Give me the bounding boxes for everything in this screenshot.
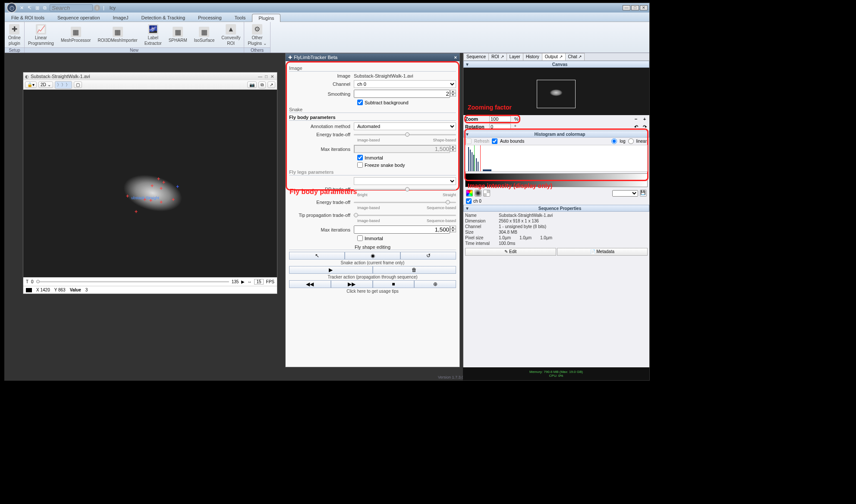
grayscale-icon[interactable] xyxy=(475,190,482,197)
ribbon-item-online-plugin[interactable]: ✚Onlineplugin xyxy=(5,22,24,47)
freeze-checkbox[interactable] xyxy=(357,162,363,168)
colorwheel-icon[interactable] xyxy=(466,190,473,197)
ribbon-item-other-plugins-[interactable]: ⚙OtherPlugins ⌄ xyxy=(244,22,270,47)
viewer-min-icon[interactable]: — xyxy=(257,74,263,79)
ribbon-tab-sequence-operation[interactable]: Sequence operation xyxy=(51,13,106,22)
stop-button[interactable]: ■ xyxy=(373,280,415,288)
right-tab-roi[interactable]: ROI ↗ xyxy=(488,53,507,60)
ribbon-item-roi-dmeshimporter[interactable]: ▦ROI3DMeshImporter xyxy=(94,22,141,47)
log-radio[interactable] xyxy=(611,138,617,144)
screenshot-button[interactable]: 📷 xyxy=(247,81,257,88)
refresh-checkbox xyxy=(466,138,472,144)
fastfwd-button[interactable]: ▶▶ xyxy=(331,280,373,288)
layers-button[interactable]: 〉〉〉 xyxy=(55,81,72,89)
ribbon-item-spharm[interactable]: ▦SPHARM xyxy=(165,22,191,47)
undo-button[interactable]: ↺ xyxy=(400,252,456,260)
save-icon[interactable]: 💾 xyxy=(640,190,647,197)
layers-icon[interactable]: ⧉ xyxy=(43,5,48,10)
channel-select[interactable]: ch 0 xyxy=(354,80,456,88)
ribbon-tab-imagej[interactable]: ImageJ xyxy=(107,13,135,22)
immortal-checkbox[interactable] xyxy=(357,155,363,160)
snake-action-caption: Snake action (current frame only) xyxy=(289,260,456,265)
zoom-out-button[interactable]: − xyxy=(633,116,639,122)
spin-down-icon[interactable]: ▾ xyxy=(450,93,456,97)
smoothing-input[interactable] xyxy=(354,90,450,98)
ribbon-tab-processing[interactable]: Processing xyxy=(192,13,228,22)
target-button[interactable]: ⊕ xyxy=(414,280,456,288)
search-input[interactable] xyxy=(50,4,93,11)
maxiter-input[interactable] xyxy=(354,145,450,153)
duplicate-button[interactable]: ⧉ xyxy=(258,81,266,88)
dp-slider[interactable] xyxy=(354,189,456,190)
app-window: ◯ ✕ ↸ ⊞ ⧉ i | Icy — □ ✕ File & ROI tools… xyxy=(4,3,650,381)
right-tab-layer[interactable]: Layer xyxy=(507,53,523,60)
tips-link[interactable]: Click here to get usage tips xyxy=(289,289,456,294)
metadata-button[interactable]: 📄 Metadata xyxy=(557,248,648,256)
ribbon-tab-plugins[interactable]: Plugins xyxy=(252,14,280,22)
energy2-slider[interactable] xyxy=(354,202,456,203)
rotation-input[interactable] xyxy=(489,124,511,130)
ribbon-item-isosurface[interactable]: ▦IsoSurface xyxy=(190,22,218,47)
info-icon[interactable]: i xyxy=(94,5,100,11)
rotate-ccw-button[interactable]: ↶ xyxy=(633,124,639,130)
wrench-icon[interactable]: ✕ xyxy=(20,5,25,10)
crop-button[interactable]: ▢ xyxy=(74,81,82,88)
plugin-title: FlyLimbTracker Beta xyxy=(294,55,337,60)
zoom-in-button[interactable]: + xyxy=(642,116,648,122)
colormap[interactable] xyxy=(465,173,648,187)
time-slider[interactable] xyxy=(36,281,229,282)
legs-select[interactable] xyxy=(354,177,456,185)
histogram[interactable] xyxy=(465,145,648,172)
maxiter2-input[interactable] xyxy=(354,225,450,234)
ribbon-item-label-extractor[interactable]: 🌌LabelExtractor xyxy=(141,22,165,47)
annotation-select[interactable]: Automated xyxy=(354,122,456,130)
ribbon-item-convexify-roi[interactable]: ▲ConvexifyROI xyxy=(218,22,244,47)
right-tab-chat[interactable]: Chat ↗ xyxy=(565,53,585,60)
energy-slider[interactable] xyxy=(354,134,456,135)
maximize-button[interactable]: □ xyxy=(631,5,639,10)
snapshot-button[interactable]: ◉ xyxy=(345,252,400,260)
viewer-max-icon[interactable]: □ xyxy=(263,74,269,79)
immortal2-checkbox[interactable] xyxy=(357,235,363,241)
detach-button[interactable]: ↗ xyxy=(268,81,275,88)
tip-slider[interactable] xyxy=(354,215,456,216)
viewer-canvas[interactable]: + + + + + + + + + + + ubstack-Straight xyxy=(23,90,277,277)
subtract-bg-checkbox[interactable] xyxy=(357,100,363,105)
loop-button[interactable]: ↔ xyxy=(247,279,252,284)
ribbon-tab-tools[interactable]: Tools xyxy=(228,13,252,22)
view-mode-select[interactable]: 2D ⌄ xyxy=(38,81,53,88)
ribbon-item-linear-programming[interactable]: 📈LinearProgramming xyxy=(25,22,57,47)
rotate-cw-button[interactable]: ↷ xyxy=(642,124,648,130)
rewind-button[interactable]: ◀◀ xyxy=(289,280,331,288)
ch0-checkbox[interactable] xyxy=(466,198,472,204)
play-button[interactable]: ▶ xyxy=(241,279,245,284)
play-button[interactable]: ▶ xyxy=(289,266,373,274)
colormap-select[interactable] xyxy=(612,190,638,197)
right-tab-sequence[interactable]: Sequence xyxy=(463,53,489,60)
minimize-button[interactable]: — xyxy=(623,5,630,10)
edit-button[interactable]: ✎ Edit xyxy=(465,248,556,256)
spin-up-icon[interactable]: ▴ xyxy=(450,90,456,93)
plugin-close-button[interactable]: × xyxy=(454,55,457,60)
select-icon[interactable]: ↸ xyxy=(28,5,33,10)
lock-button[interactable]: 🔒▾ xyxy=(25,81,37,88)
right-tab-output[interactable]: Output ↗ xyxy=(542,53,566,60)
fps-value[interactable]: 15 xyxy=(254,279,263,285)
delete-button[interactable]: 🗑 xyxy=(373,266,456,274)
linear-radio[interactable] xyxy=(628,138,634,144)
grid-icon[interactable]: ⊞ xyxy=(35,5,41,10)
viewer-close-icon[interactable]: ✕ xyxy=(269,74,275,79)
close-button[interactable]: ✕ xyxy=(640,5,648,10)
right-tab-history[interactable]: History xyxy=(523,53,542,60)
autobounds-checkbox[interactable] xyxy=(492,138,497,144)
pointer-button[interactable]: ↖ xyxy=(289,252,345,260)
ribbon-item-meshprocessor[interactable]: ▦MeshProcessor xyxy=(57,22,94,47)
checker-icon[interactable] xyxy=(483,190,490,197)
minimap[interactable] xyxy=(463,68,649,115)
props-heading: Sequence Properties xyxy=(471,206,649,211)
ribbon-tab-file-roi-tools[interactable]: File & ROI tools xyxy=(5,13,51,22)
ribbon-tab-detection-tracking[interactable]: Detection & Tracking xyxy=(135,13,192,22)
zoom-input[interactable] xyxy=(489,116,511,122)
collapse-icon[interactable]: ▼ xyxy=(464,62,471,67)
energy2-label: Energy trade-off xyxy=(289,200,354,205)
